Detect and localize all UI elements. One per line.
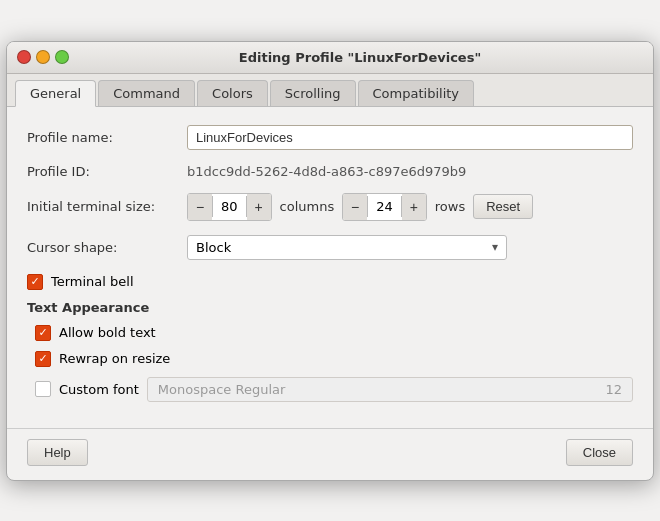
font-display: Monospace Regular 12 <box>147 377 633 402</box>
columns-value: 80 <box>212 196 247 217</box>
window-controls <box>17 50 69 64</box>
text-appearance-section: Allow bold text Rewrap on resize Custom … <box>27 325 633 402</box>
cursor-shape-value: Block <box>196 240 231 255</box>
profile-id-row: Profile ID: b1dcc9dd-5262-4d8d-a863-c897… <box>27 164 633 179</box>
form-content: Profile name: Profile ID: b1dcc9dd-5262-… <box>7 107 653 424</box>
terminal-size-row: Initial terminal size: − 80 + columns <box>27 193 633 221</box>
cursor-shape-dropdown[interactable]: Block ▾ <box>187 235 507 260</box>
main-window: Editing Profile "LinuxForDevices" Genera… <box>6 41 654 481</box>
profile-name-input[interactable] <box>187 125 633 150</box>
custom-font-label: Custom font <box>59 382 139 397</box>
rewrap-label: Rewrap on resize <box>59 351 170 366</box>
rows-label: rows <box>435 199 465 214</box>
cursor-shape-label: Cursor shape: <box>27 240 187 255</box>
tab-compatibility[interactable]: Compatibility <box>358 80 475 106</box>
profile-id-value: b1dcc9dd-5262-4d8d-a863-c897e6d979b9 <box>187 164 466 179</box>
terminal-bell-row: Terminal bell <box>27 274 633 290</box>
columns-decrease-button[interactable]: − <box>188 194 212 220</box>
close-window-button[interactable] <box>17 50 31 64</box>
custom-font-checkbox[interactable] <box>35 381 51 397</box>
rewrap-container[interactable]: Rewrap on resize <box>35 351 170 367</box>
bottom-bar: Help Close <box>7 429 653 480</box>
terminal-size-controls: − 80 + columns − 24 + <box>187 193 633 221</box>
allow-bold-checkbox[interactable] <box>35 325 51 341</box>
cursor-shape-dropdown-container: Block ▾ <box>187 235 633 260</box>
close-button[interactable]: Close <box>566 439 633 466</box>
terminal-bell-checkbox-container[interactable]: Terminal bell <box>27 274 134 290</box>
window-title: Editing Profile "LinuxForDevices" <box>77 50 643 65</box>
columns-spinner: − 80 + <box>187 193 272 221</box>
profile-name-row: Profile name: <box>27 125 633 150</box>
help-button[interactable]: Help <box>27 439 88 466</box>
spinner-group: − 80 + columns − 24 + <box>187 193 633 221</box>
tab-bar: General Command Colors Scrolling Compati… <box>7 74 653 107</box>
dropdown-arrow-icon: ▾ <box>492 240 498 254</box>
tab-general[interactable]: General <box>15 80 96 107</box>
tab-colors[interactable]: Colors <box>197 80 268 106</box>
maximize-button[interactable] <box>55 50 69 64</box>
allow-bold-row: Allow bold text <box>35 325 633 341</box>
rewrap-row: Rewrap on resize <box>35 351 633 367</box>
tab-command[interactable]: Command <box>98 80 195 106</box>
font-size: 12 <box>605 382 622 397</box>
rows-decrease-button[interactable]: − <box>343 194 367 220</box>
reset-button[interactable]: Reset <box>473 194 533 219</box>
rows-increase-button[interactable]: + <box>402 194 426 220</box>
allow-bold-container[interactable]: Allow bold text <box>35 325 156 341</box>
minimize-button[interactable] <box>36 50 50 64</box>
rewrap-checkbox[interactable] <box>35 351 51 367</box>
cursor-shape-row: Cursor shape: Block ▾ <box>27 235 633 260</box>
allow-bold-label: Allow bold text <box>59 325 156 340</box>
tab-scrolling[interactable]: Scrolling <box>270 80 356 106</box>
profile-id-label: Profile ID: <box>27 164 187 179</box>
rows-value: 24 <box>367 196 402 217</box>
columns-increase-button[interactable]: + <box>247 194 271 220</box>
profile-name-label: Profile name: <box>27 130 187 145</box>
terminal-bell-checkbox[interactable] <box>27 274 43 290</box>
columns-label: columns <box>280 199 335 214</box>
text-appearance-title: Text Appearance <box>27 300 633 315</box>
titlebar: Editing Profile "LinuxForDevices" <box>7 42 653 74</box>
custom-font-container[interactable]: Custom font <box>35 381 139 397</box>
rows-spinner: − 24 + <box>342 193 427 221</box>
terminal-bell-label: Terminal bell <box>51 274 134 289</box>
profile-id-value-container: b1dcc9dd-5262-4d8d-a863-c897e6d979b9 <box>187 164 633 179</box>
profile-name-field <box>187 125 633 150</box>
custom-font-row: Custom font Monospace Regular 12 <box>35 377 633 402</box>
terminal-size-label: Initial terminal size: <box>27 199 187 214</box>
font-name: Monospace Regular <box>158 382 286 397</box>
